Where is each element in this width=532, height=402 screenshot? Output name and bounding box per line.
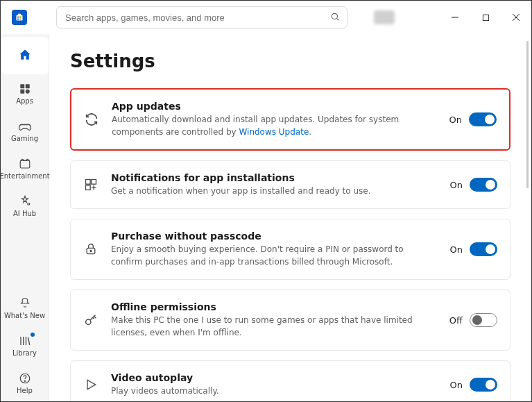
app-window: Apps Gaming Entertainment AI Hub What's … [0,0,532,402]
setting-desc: Enjoy a smooth buying experience. Don't … [111,243,435,268]
sidebar-item-home[interactable] [1,37,49,74]
svg-point-28 [90,251,92,252]
sidebar-label: AI Hub [13,210,36,217]
svg-rect-3 [19,17,21,18]
setting-title: Video autoplay [111,372,435,383]
setting-desc: Play videos automatically. [111,385,435,397]
toggle-state: On [447,180,463,190]
setting-title: Purchase without passcode [111,231,435,242]
toggle-state: On [447,380,463,390]
entertainment-icon [18,157,32,171]
toggle-state: On [447,115,462,125]
maximize-button[interactable] [470,3,501,31]
svg-rect-0 [17,15,23,21]
titlebar [1,1,531,34]
help-icon [18,371,32,385]
toggle-offline[interactable] [470,313,497,327]
sidebar-item-whatsnew[interactable]: What's New [1,289,49,326]
svg-rect-9 [483,15,488,20]
setting-offline: Offline permissions Make this PC the one… [70,290,510,351]
toggle-app-updates[interactable] [469,112,497,126]
sidebar-item-aihub[interactable]: AI Hub [1,187,49,224]
content-scroll: Settings App updates Automatically downl… [49,34,531,401]
setting-purchase: Purchase without passcode Enjoy a smooth… [70,219,510,280]
sidebar-item-help[interactable]: Help [1,364,49,401]
content: Settings App updates Automatically downl… [49,34,531,401]
svg-rect-5 [19,19,21,20]
aihub-icon [18,194,32,208]
setting-desc: Make this PC the one I use to run some g… [111,314,435,339]
notifications-icon [83,178,98,192]
refresh-icon [84,112,99,127]
play-icon [83,378,98,392]
key-icon [83,312,98,328]
svg-rect-26 [86,185,91,190]
lock-icon [83,242,98,256]
setting-title: App updates [112,101,434,112]
sidebar-label: Help [17,387,33,394]
setting-notifications: Notifications for app installations Get … [70,160,510,209]
svg-rect-12 [20,84,24,88]
store-logo [12,10,27,25]
windows-update-link[interactable]: Windows Update [239,127,309,137]
toggle-state: On [447,244,463,255]
sidebar-item-library[interactable]: Library [1,326,49,364]
svg-rect-4 [17,19,19,20]
minimize-button[interactable] [440,3,470,31]
library-icon [18,334,32,348]
user-avatar[interactable] [374,10,395,24]
page-title: Settings [70,51,510,72]
search-icon [330,11,340,24]
sidebar-item-apps[interactable]: Apps [1,74,49,112]
svg-rect-2 [17,17,19,18]
whatsnew-icon [18,296,32,310]
setting-title: Offline permissions [111,301,435,312]
sidebar-item-entertainment[interactable]: Entertainment [1,149,49,187]
sidebar-label: Gaming [11,135,38,142]
apps-icon [18,82,32,96]
svg-rect-25 [92,180,96,185]
setting-autoplay: Video autoplay Play videos automatically… [70,360,510,401]
svg-rect-1 [18,14,22,16]
svg-rect-24 [86,180,91,185]
setting-app-updates: App updates Automatically download and i… [70,88,510,151]
setting-title: Notifications for app installations [111,172,435,183]
toggle-purchase[interactable] [470,242,497,256]
close-button[interactable] [501,3,531,31]
sidebar-item-gaming[interactable]: Gaming [1,112,49,149]
svg-point-17 [27,203,29,205]
svg-rect-13 [25,84,29,88]
toggle-autoplay[interactable] [470,378,497,392]
svg-point-29 [86,319,91,324]
sidebar-label: Library [12,349,37,357]
setting-desc: Get a notification when your app is inst… [111,185,435,197]
svg-rect-15 [25,89,29,93]
search-input[interactable] [64,12,330,24]
gaming-icon [18,119,32,133]
search-box[interactable] [56,6,347,28]
body: Apps Gaming Entertainment AI Hub What's … [1,34,531,401]
svg-rect-16 [20,160,30,168]
sidebar: Apps Gaming Entertainment AI Hub What's … [1,34,49,401]
toggle-state: Off [447,315,463,326]
toggle-notifications[interactable] [470,178,497,192]
home-icon [18,48,32,62]
setting-desc: Automatically download and install app u… [112,113,434,138]
svg-line-7 [337,18,339,20]
svg-marker-30 [87,380,96,389]
svg-point-23 [24,380,25,381]
svg-rect-14 [20,89,24,93]
svg-point-6 [332,13,337,19]
sidebar-label: What's New [4,312,45,319]
window-controls [440,3,531,31]
svg-line-21 [28,337,29,344]
sidebar-label: Entertainment [0,172,50,180]
sidebar-label: Apps [16,97,33,105]
